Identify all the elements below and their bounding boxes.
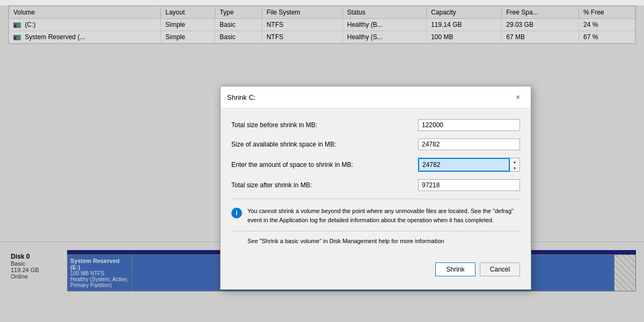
field1-value: 122000 [418, 119, 520, 131]
dialog-row-1: Total size before shrink in MB: 122000 [231, 119, 520, 131]
dialog-row-3: Enter the amount of space to shrink in M… [231, 158, 520, 172]
dialog-row-4: Total size after shrink in MB: 97218 [231, 179, 520, 191]
cancel-button[interactable]: Cancel [480, 262, 520, 276]
shrink-button[interactable]: Shrink [435, 262, 475, 276]
field2-label: Size of available shrink space in MB: [231, 141, 418, 148]
field4-label: Total size after shrink in MB: [231, 181, 418, 189]
shrink-amount-input[interactable] [418, 158, 510, 172]
dialog-close-button[interactable]: × [511, 91, 524, 104]
dialog-footer: Shrink Cancel [221, 258, 531, 285]
dialog-title: Shrink C: [227, 93, 255, 101]
see-also-text: See "Shrink a basic volume" in Disk Mana… [231, 238, 520, 244]
main-panel: Volume Layout Type File System Status Ca… [0, 5, 644, 322]
dialog-titlebar: Shrink C: × [221, 86, 531, 108]
field3-label: Enter the amount of space to shrink in M… [231, 161, 418, 169]
dialog-divider [231, 199, 520, 199]
spinner-down-button[interactable]: ▼ [510, 165, 519, 171]
info-icon: i [231, 208, 242, 218]
info-text: You cannot shrink a volume beyond the po… [247, 207, 520, 224]
spinner-buttons: ▲ ▼ [510, 158, 520, 172]
shrink-dialog: Shrink C: × Total size before shrink in … [220, 86, 531, 290]
spinner-up-button[interactable]: ▲ [510, 158, 519, 165]
field2-value: 24782 [418, 138, 520, 150]
info-box: i You cannot shrink a volume beyond the … [231, 207, 520, 231]
field1-label: Total size before shrink in MB: [231, 121, 418, 129]
dialog-row-2: Size of available shrink space in MB: 24… [231, 138, 520, 150]
modal-overlay: Shrink C: × Total size before shrink in … [0, 5, 644, 322]
shrink-amount-wrap: ▲ ▼ [418, 158, 520, 172]
dialog-body: Total size before shrink in MB: 122000 S… [221, 108, 531, 258]
field4-value: 97218 [418, 179, 520, 191]
